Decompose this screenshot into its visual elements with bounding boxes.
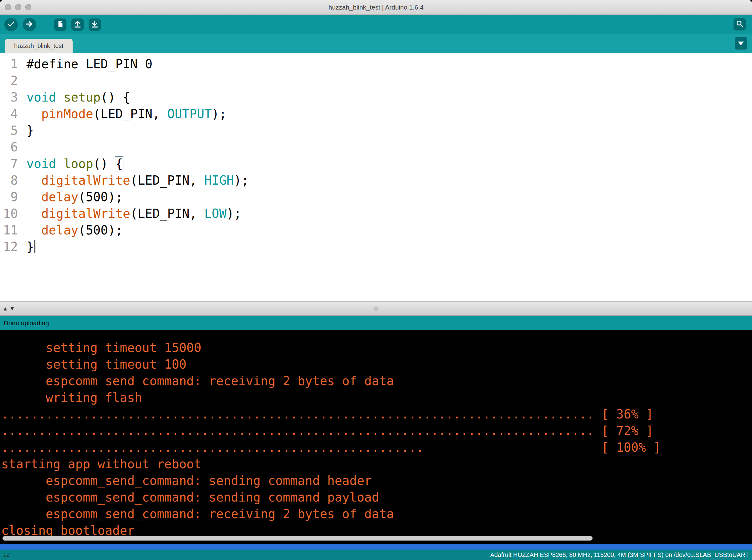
editor-line: #define LED_PIN 0 — [26, 56, 752, 72]
console-output[interactable]: setting timeout 15000 setting timeout 10… — [0, 330, 752, 544]
serial-monitor-button[interactable] — [734, 18, 746, 31]
current-line-indicator: 12 — [3, 552, 10, 558]
new-sketch-button[interactable] — [54, 18, 66, 31]
zoom-button[interactable] — [25, 4, 32, 10]
arrow-down-icon — [91, 20, 99, 29]
save-button[interactable] — [88, 18, 101, 31]
arduino-window: huzzah_blink_test | Arduino 1.6.4 — [0, 0, 752, 560]
verify-button[interactable] — [4, 18, 18, 32]
editor-line: } — [26, 122, 752, 139]
editor-line: pinMode(LED_PIN, OUTPUT); — [26, 105, 752, 122]
editor-line: void setup() { — [26, 89, 752, 105]
split-divider[interactable]: ▲▼ — [0, 301, 752, 316]
line-number: 7 — [0, 155, 18, 172]
tab-huzzah_blink_test[interactable]: huzzah_blink_test — [5, 39, 73, 53]
line-number: 11 — [0, 222, 18, 238]
console-line: starting app without reboot — [1, 456, 752, 472]
document-icon — [57, 20, 64, 29]
line-number: 4 — [0, 105, 18, 122]
line-number: 5 — [0, 122, 18, 139]
editor-line: delay(500); — [26, 188, 752, 205]
minimize-button[interactable] — [15, 4, 21, 10]
open-button[interactable] — [72, 18, 84, 31]
status-bar: Done uploading. — [0, 316, 752, 330]
line-number: 9 — [0, 188, 18, 205]
editor-line — [26, 72, 752, 89]
tab-label: huzzah_blink_test — [14, 42, 63, 49]
line-number: 12 — [0, 238, 18, 255]
board-port-info: Adafruit HUZZAH ESP8266, 80 MHz, 115200,… — [490, 552, 749, 558]
console-line: ........................................… — [1, 422, 752, 439]
code-editor[interactable]: 123456789101112 #define LED_PIN 0void se… — [0, 53, 752, 301]
console-line: espcomm_send_command: sending command he… — [1, 472, 752, 489]
titlebar[interactable]: huzzah_blink_test | Arduino 1.6.4 — [0, 0, 752, 15]
console-line: espcomm_send_command: receiving 2 bytes … — [1, 373, 752, 389]
console-line: setting timeout 15000 — [1, 339, 752, 356]
tabbar: huzzah_blink_test — [0, 34, 752, 53]
magnifier-icon — [736, 20, 744, 29]
line-number: 3 — [0, 89, 18, 105]
editor-line: } — [26, 238, 752, 255]
console-line: writing flash — [1, 389, 752, 406]
close-button[interactable] — [5, 4, 11, 10]
console-line: ........................................… — [1, 406, 752, 422]
window-title: huzzah_blink_test | Arduino 1.6.4 — [328, 4, 423, 11]
console-line: espcomm_send_command: receiving 2 bytes … — [1, 505, 752, 522]
text-cursor — [35, 240, 35, 253]
check-icon — [7, 20, 15, 29]
toolbar — [0, 15, 752, 34]
chevron-down-icon — [738, 42, 744, 45]
arrow-right-icon — [25, 20, 34, 29]
upload-button[interactable] — [23, 18, 36, 32]
console-line: ........................................… — [1, 439, 752, 456]
tab-list-button[interactable] — [735, 37, 747, 49]
line-number: 10 — [0, 205, 18, 222]
divider-collapse-arrows-icon[interactable]: ▲▼ — [2, 305, 17, 312]
editor-code[interactable]: #define LED_PIN 0void setup() { pinMode(… — [22, 56, 752, 301]
editor-line — [26, 139, 752, 155]
status-message: Done uploading. — [4, 319, 51, 327]
line-number: 1 — [0, 56, 18, 72]
console-line: setting timeout 100 — [1, 356, 752, 373]
line-number: 6 — [0, 139, 18, 155]
footer-bar: 12 Adafruit HUZZAH ESP8266, 80 MHz, 1152… — [0, 549, 752, 560]
console-line: espcomm_send_command: sending command pa… — [1, 489, 752, 505]
console-horizontal-scrollbar[interactable] — [2, 536, 593, 541]
divider-grip-icon — [374, 306, 378, 311]
editor-line: void loop() { — [26, 155, 752, 172]
line-number: 2 — [0, 72, 18, 89]
editor-line: digitalWrite(LED_PIN, LOW); — [26, 205, 752, 222]
line-number: 8 — [0, 172, 18, 188]
editor-line: digitalWrite(LED_PIN, HIGH); — [26, 172, 752, 188]
editor-gutter: 123456789101112 — [0, 56, 22, 301]
upload-progress-bar — [0, 544, 752, 549]
arrow-up-icon — [74, 20, 82, 29]
traffic-lights — [5, 4, 32, 10]
editor-line: delay(500); — [26, 222, 752, 238]
